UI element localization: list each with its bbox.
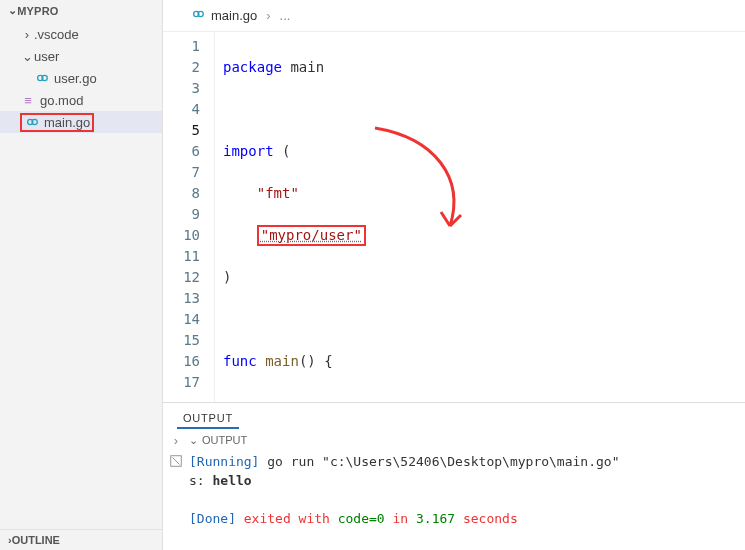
tree-folder-vscode[interactable]: › .vscode bbox=[0, 23, 162, 45]
mod-file-icon: ≡ bbox=[20, 93, 36, 108]
project-name: MYPRO bbox=[17, 5, 58, 17]
outline-label: OUTLINE bbox=[12, 534, 60, 546]
tree-label: main.go bbox=[44, 115, 90, 130]
chevron-right-icon: › bbox=[263, 8, 273, 23]
breadcrumb-more: ... bbox=[280, 8, 291, 23]
tree-file-main-go[interactable]: main.go bbox=[0, 111, 162, 133]
tree-label: .vscode bbox=[34, 27, 79, 42]
go-file-icon bbox=[34, 71, 50, 85]
tree-file-go-mod[interactable]: ≡ go.mod bbox=[0, 89, 162, 111]
breadcrumb[interactable]: main.go › ... bbox=[181, 3, 300, 28]
explorer-project-header[interactable]: ⌄ MYPRO bbox=[0, 0, 162, 21]
outline-header[interactable]: › OUTLINE bbox=[0, 529, 162, 550]
chevron-right-icon: › bbox=[20, 27, 34, 42]
app-root: ⌄ MYPRO › .vscode ⌄ user user.go ≡ go.mo… bbox=[0, 0, 745, 550]
go-file-icon bbox=[191, 7, 205, 24]
svg-line-7 bbox=[173, 458, 180, 465]
output-panel: OUTPUT › ⌄OUTPUT [Running] go run "c:\Us… bbox=[163, 402, 745, 550]
output-content[interactable]: ⌄OUTPUT [Running] go run "c:\Users\52406… bbox=[189, 429, 745, 550]
breadcrumb-bar: main.go › ... bbox=[163, 0, 745, 32]
breadcrumb-file: main.go bbox=[211, 8, 257, 23]
chevron-down-icon: ⌄ bbox=[20, 49, 34, 64]
editor-area: main.go › ... 1234 5678 9101112 13141516… bbox=[163, 0, 745, 550]
panel-tab-row: OUTPUT bbox=[163, 403, 745, 429]
chevron-down-icon: ⌄ bbox=[189, 431, 198, 450]
code-editor[interactable]: 1234 5678 9101112 13141516 17 package ma… bbox=[163, 32, 745, 402]
chevron-right-icon[interactable]: › bbox=[174, 433, 178, 448]
code-content[interactable]: package main import ( "fmt" "mypro/user"… bbox=[215, 32, 745, 402]
tree-folder-user[interactable]: ⌄ user bbox=[0, 45, 162, 67]
line-gutter: 1234 5678 9101112 13141516 17 bbox=[163, 32, 215, 402]
chevron-down-icon: ⌄ bbox=[8, 4, 17, 17]
tree-label: go.mod bbox=[40, 93, 83, 108]
go-file-icon bbox=[24, 115, 40, 129]
output-tab[interactable]: OUTPUT bbox=[177, 409, 239, 429]
clear-output-icon[interactable] bbox=[169, 454, 183, 471]
tree-file-user-go[interactable]: user.go bbox=[0, 67, 162, 89]
tree-label: user bbox=[34, 49, 59, 64]
tree-label: user.go bbox=[54, 71, 97, 86]
sidebar: ⌄ MYPRO › .vscode ⌄ user user.go ≡ go.mo… bbox=[0, 0, 163, 550]
file-tree: › .vscode ⌄ user user.go ≡ go.mod bbox=[0, 21, 162, 529]
output-side-icons: › bbox=[163, 429, 189, 550]
